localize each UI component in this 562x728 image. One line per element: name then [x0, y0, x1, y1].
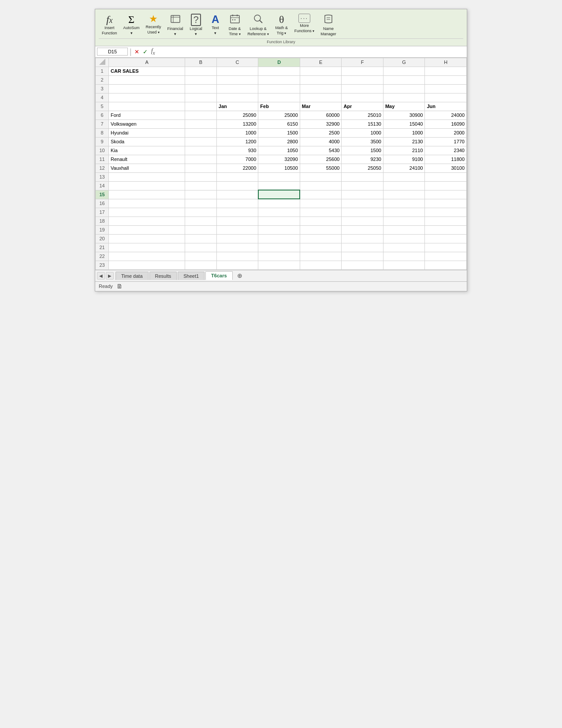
cell-H2[interactable] [425, 75, 467, 84]
cell-E7[interactable]: 32900 [300, 119, 342, 128]
cell-A6[interactable]: Ford [109, 111, 185, 119]
cell-A8[interactable]: Hyundai [109, 128, 185, 137]
cell-D15[interactable] [258, 190, 300, 199]
cell-H1[interactable] [425, 67, 467, 75]
cell-F15[interactable] [342, 190, 383, 199]
cell-H5[interactable]: Jun [425, 102, 467, 111]
cell-E4[interactable] [300, 93, 342, 102]
cell-D23[interactable] [258, 261, 300, 269]
name-box[interactable] [97, 48, 128, 56]
cell-H22[interactable] [425, 252, 467, 261]
cell-D19[interactable] [258, 225, 300, 234]
cell-B13[interactable] [185, 172, 217, 181]
cell-E13[interactable] [300, 172, 342, 181]
cell-F2[interactable] [342, 75, 383, 84]
cell-E9[interactable]: 4000 [300, 137, 342, 146]
cell-B23[interactable] [185, 261, 217, 269]
cell-G8[interactable]: 1000 [383, 128, 425, 137]
cell-A4[interactable] [109, 93, 185, 102]
tab-sheet1[interactable]: Sheet1 [178, 272, 205, 280]
cell-B12[interactable] [185, 164, 217, 172]
cell-G21[interactable] [383, 243, 425, 252]
tab-time-data[interactable]: Time data [115, 272, 149, 280]
cell-H3[interactable] [425, 84, 467, 93]
cell-E19[interactable] [300, 225, 342, 234]
confirm-formula-icon[interactable]: ✓ [142, 49, 149, 55]
cell-G12[interactable]: 24100 [383, 164, 425, 172]
cell-B16[interactable] [185, 199, 217, 208]
cell-H19[interactable] [425, 225, 467, 234]
cell-A9[interactable]: Skoda [109, 137, 185, 146]
cell-B1[interactable] [185, 67, 217, 75]
cell-H17[interactable] [425, 208, 467, 217]
cell-C3[interactable] [216, 84, 258, 93]
cell-A1[interactable]: CAR SALES [109, 67, 185, 75]
cell-E6[interactable]: 60000 [300, 111, 342, 119]
cell-F13[interactable] [342, 172, 383, 181]
cell-A14[interactable] [109, 181, 185, 190]
cell-A13[interactable] [109, 172, 185, 181]
cell-C15[interactable] [216, 190, 258, 199]
cancel-formula-icon[interactable]: ✕ [134, 49, 140, 55]
cell-B14[interactable] [185, 181, 217, 190]
cell-A20[interactable] [109, 234, 185, 243]
financial-btn[interactable]: Financial ▾ [164, 12, 186, 38]
cell-C6[interactable]: 25090 [216, 111, 258, 119]
cell-B11[interactable] [185, 155, 217, 164]
cell-B4[interactable] [185, 93, 217, 102]
col-header-b[interactable]: B [185, 58, 217, 67]
cell-F14[interactable] [342, 181, 383, 190]
cell-D5[interactable]: Feb [258, 102, 300, 111]
cell-D10[interactable]: 1050 [258, 146, 300, 155]
cell-A21[interactable] [109, 243, 185, 252]
cell-G4[interactable] [383, 93, 425, 102]
cell-G5[interactable]: May [383, 102, 425, 111]
cell-A16[interactable] [109, 199, 185, 208]
cell-B17[interactable] [185, 208, 217, 217]
col-header-a[interactable]: A [109, 58, 185, 67]
cell-F4[interactable] [342, 93, 383, 102]
cell-F16[interactable] [342, 199, 383, 208]
cell-E8[interactable]: 2500 [300, 128, 342, 137]
cell-A7[interactable]: Volkswagen [109, 119, 185, 128]
cell-D8[interactable]: 1500 [258, 128, 300, 137]
autosum-btn[interactable]: Σ AutoSum ▾ [120, 12, 143, 38]
cell-E16[interactable] [300, 199, 342, 208]
cell-B8[interactable] [185, 128, 217, 137]
cell-D21[interactable] [258, 243, 300, 252]
cell-C18[interactable] [216, 217, 258, 225]
cell-E14[interactable] [300, 181, 342, 190]
cell-E18[interactable] [300, 217, 342, 225]
cell-F23[interactable] [342, 261, 383, 269]
cell-H23[interactable] [425, 261, 467, 269]
cell-G1[interactable] [383, 67, 425, 75]
cell-F22[interactable] [342, 252, 383, 261]
cell-C11[interactable]: 7000 [216, 155, 258, 164]
cell-F21[interactable] [342, 243, 383, 252]
recently-used-btn[interactable]: ★ Recently Used ▾ [143, 12, 164, 38]
cell-F11[interactable]: 9230 [342, 155, 383, 164]
cell-D9[interactable]: 2800 [258, 137, 300, 146]
cell-C22[interactable] [216, 252, 258, 261]
cell-H7[interactable]: 16090 [425, 119, 467, 128]
col-header-d[interactable]: D [258, 58, 300, 67]
cell-A11[interactable]: Renault [109, 155, 185, 164]
cell-H18[interactable] [425, 217, 467, 225]
cell-E21[interactable] [300, 243, 342, 252]
cell-H20[interactable] [425, 234, 467, 243]
cell-B20[interactable] [185, 234, 217, 243]
cell-H10[interactable]: 2340 [425, 146, 467, 155]
cell-D3[interactable] [258, 84, 300, 93]
cell-E10[interactable]: 5430 [300, 146, 342, 155]
cell-A23[interactable] [109, 261, 185, 269]
cell-H16[interactable] [425, 199, 467, 208]
cell-E17[interactable] [300, 208, 342, 217]
cell-B7[interactable] [185, 119, 217, 128]
cell-A10[interactable]: Kia [109, 146, 185, 155]
cell-F5[interactable]: Apr [342, 102, 383, 111]
insert-function-btn[interactable]: fx Insert Function [99, 12, 120, 38]
date-time-btn[interactable]: Date & Time ▾ [225, 12, 245, 38]
cell-E15[interactable] [300, 190, 342, 199]
cell-B18[interactable] [185, 217, 217, 225]
cell-B19[interactable] [185, 225, 217, 234]
